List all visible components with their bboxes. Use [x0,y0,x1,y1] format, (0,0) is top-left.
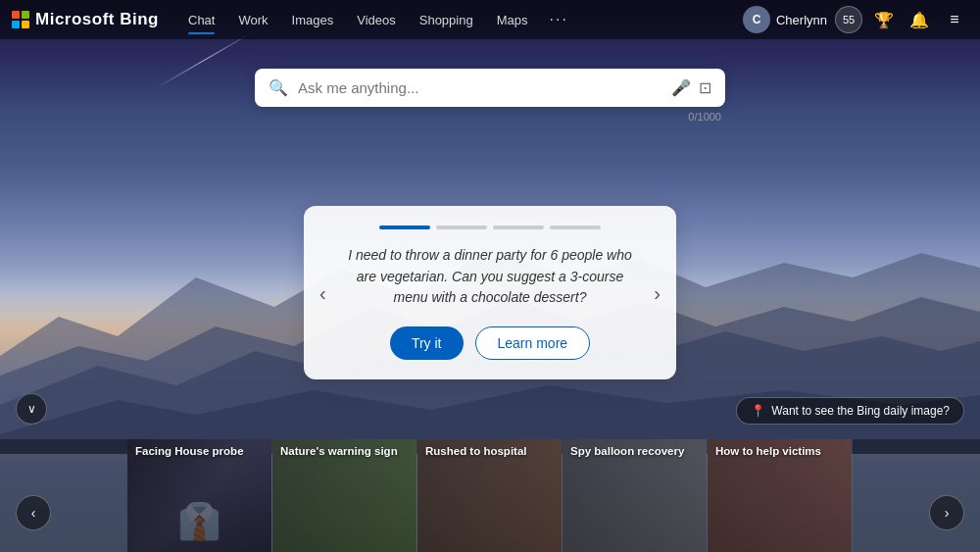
hamburger-menu-icon[interactable]: ≡ [941,6,968,33]
reward-count: 55 [843,14,855,25]
search-box: 🔍 🎤 ⊡ [255,69,725,107]
news-next-arrow[interactable]: › [929,495,964,530]
notifications-bell-icon[interactable]: 🔔 [906,6,933,33]
card-dots-nav [327,226,653,229]
user-profile[interactable]: C Cherlynn [743,6,827,33]
news-card-2-title: Nature's warning sign [280,445,409,457]
nav-right: C Cherlynn 55 🏆 🔔 ≡ [743,6,968,33]
dot-3[interactable] [493,226,544,229]
rewards-icon-button[interactable]: 🏆 [870,6,898,33]
location-pin-icon: 📍 [751,404,765,418]
logo[interactable]: Microsoft Bing [12,10,159,29]
nav-item-chat[interactable]: Chat [178,9,224,31]
search-input[interactable] [298,79,662,96]
camera-icon[interactable]: ⊡ [699,78,711,97]
nav-items: Chat Work Images Videos Shopping Maps ··… [178,7,743,32]
dot-4[interactable] [550,226,601,229]
news-card-4-title: Spy balloon recovery [570,445,699,457]
card-next-button[interactable]: › [646,277,668,308]
news-card-3-title: Rushed to hospital [425,445,554,457]
nav-item-maps[interactable]: Maps [487,9,538,31]
try-it-button[interactable]: Try it [390,326,464,360]
suggestion-card: ‹ › I need to throw a dinner party for 6… [304,206,676,379]
search-right-icons: 🎤 ⊡ [671,78,711,97]
more-menu-button[interactable]: ··· [541,7,575,32]
nav-item-videos[interactable]: Videos [347,9,406,31]
nav-item-images[interactable]: Images [282,9,344,31]
brand-name: Microsoft Bing [35,10,159,29]
user-name: Cherlynn [776,13,827,27]
bing-daily-image-button[interactable]: 📍 Want to see the Bing daily image? [736,397,964,425]
dot-1[interactable] [379,226,430,229]
news-card-2[interactable]: Nature's warning sign [272,439,417,552]
rewards-badge[interactable]: 55 [835,6,862,33]
microsoft-logo-icon [12,11,29,28]
bing-daily-label: Want to see the Bing daily image? [771,404,950,418]
search-area: 🔍 🎤 ⊡ 0/1000 [255,69,725,123]
card-previous-button[interactable]: ‹ [312,277,334,308]
avatar: C [743,6,770,33]
news-card-5-title: How to help victims [715,445,844,457]
nav-item-shopping[interactable]: Shopping [410,9,483,31]
navbar: Microsoft Bing Chat Work Images Videos S… [0,0,980,39]
scroll-down-button[interactable]: ∨ [16,393,47,425]
news-bar: ‹ Facing House probe Nature's warning si… [0,439,980,552]
search-icon: 🔍 [269,78,288,97]
character-counter: 0/1000 [255,111,725,123]
suggestion-text: I need to throw a dinner party for 6 peo… [327,245,653,309]
learn-more-button[interactable]: Learn more [475,326,591,360]
nav-item-work[interactable]: Work [228,9,277,31]
news-prev-arrow[interactable]: ‹ [16,495,51,530]
news-card-1-title: Facing House probe [135,445,264,457]
news-card-4[interactable]: Spy balloon recovery [563,439,708,552]
dot-2[interactable] [436,226,487,229]
microphone-icon[interactable]: 🎤 [671,78,691,97]
news-card-1[interactable]: Facing House probe [127,439,272,552]
news-cards: Facing House probe Nature's warning sign… [0,439,980,552]
card-buttons: Try it Learn more [327,326,653,360]
news-card-3[interactable]: Rushed to hospital [417,439,563,552]
news-card-5[interactable]: How to help victims [708,439,853,552]
